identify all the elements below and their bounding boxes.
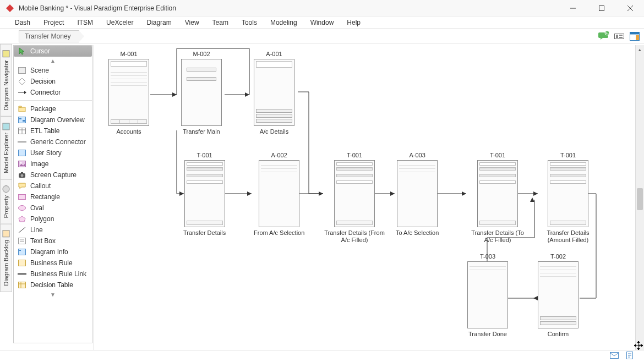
tab-model-explorer[interactable]: Model Explorer	[0, 117, 12, 179]
user-story-icon	[17, 149, 27, 157]
palette-cursor[interactable]: Cursor	[14, 46, 92, 57]
vertical-scrollbar[interactable]: ▴ ▾	[635, 45, 644, 350]
node-transfer-main[interactable]: M-002 Transfer Main	[181, 51, 222, 135]
palette-text-box[interactable]: Text Box	[14, 235, 92, 246]
palette-diagram-overview[interactable]: Diagram Overview	[14, 114, 92, 125]
node-transfer-details-from-filled[interactable]: T-001 Transfer Details (From A/c Filled)	[324, 152, 385, 244]
svg-rect-18	[19, 68, 26, 74]
scene-icon	[17, 67, 27, 74]
polygon-icon	[17, 215, 27, 223]
svg-line-38	[19, 227, 25, 233]
diagram-info-icon	[17, 248, 27, 256]
business-rule-icon	[17, 259, 27, 267]
connector-icon	[17, 89, 27, 96]
palette-collapse-top[interactable]: ▲	[14, 57, 92, 65]
close-button[interactable]	[622, 3, 638, 14]
svg-point-36	[19, 206, 26, 211]
menu-view[interactable]: View	[178, 17, 206, 28]
palette-business-rule-link[interactable]: Business Rule Link	[14, 268, 92, 279]
svg-marker-37	[19, 216, 25, 222]
comment-icon[interactable]: 9+	[598, 30, 610, 42]
menu-team[interactable]: Team	[206, 17, 235, 28]
window-title: Mobile Banking * - Visual Paradigm Enter…	[19, 4, 565, 12]
palette-rectangle[interactable]: Rectangle	[14, 191, 92, 202]
generic-connector-icon	[17, 138, 27, 146]
menu-diagram[interactable]: Diagram	[140, 17, 178, 28]
oval-icon	[17, 204, 27, 212]
node-transfer-details[interactable]: T-001 Transfer Details	[183, 152, 226, 237]
svg-rect-13	[636, 35, 639, 40]
palette-user-story[interactable]: User Story	[14, 147, 92, 158]
menu-tools[interactable]: Tools	[235, 17, 264, 28]
rectangle-icon	[17, 193, 27, 201]
left-tabs: Diagram Navigator Model Explorer Propert…	[0, 44, 12, 292]
node-accounts[interactable]: M-001 Accounts	[108, 51, 149, 135]
menu-modeling[interactable]: Modeling	[264, 17, 304, 28]
toolbar-row: Transfer Money 9+	[0, 29, 644, 44]
palette-diagram-info[interactable]: Diagram Info	[14, 246, 92, 257]
menu-project[interactable]: Project	[37, 17, 70, 28]
line-icon	[17, 226, 27, 234]
breadcrumb[interactable]: Transfer Money	[19, 30, 79, 42]
layout-icon[interactable]	[613, 30, 625, 42]
palette-etl-table[interactable]: ETL Table	[14, 125, 92, 136]
svg-marker-51	[637, 341, 640, 343]
diagram-overview-icon	[17, 116, 27, 124]
status-bar	[0, 350, 644, 362]
palette-collapse-bottom[interactable]: ▼	[14, 290, 92, 299]
menu-uexceler[interactable]: UeXceler	[100, 17, 140, 28]
palette-decision-table[interactable]: Decision Table	[14, 279, 92, 290]
palette-connector[interactable]: Connector	[14, 87, 92, 98]
app-logo-icon	[6, 4, 14, 13]
menu-dash[interactable]: Dash	[8, 17, 37, 28]
svg-rect-33	[21, 172, 23, 174]
svg-rect-9	[619, 35, 623, 36]
svg-rect-24	[23, 120, 25, 122]
tab-property[interactable]: Property	[0, 179, 12, 224]
maximize-button[interactable]	[593, 3, 610, 14]
node-transfer-details-to-filled[interactable]: T-001 Transfer Details (To A/c Filled)	[467, 152, 528, 244]
move-cursor-icon	[634, 341, 643, 350]
svg-rect-10	[619, 37, 623, 38]
node-transfer-details-amount-filled[interactable]: T-001 Transfer Details (Amount Filled)	[538, 152, 598, 244]
palette-decision[interactable]: Decision	[14, 76, 92, 87]
node-from-ac-selection[interactable]: A-002 From A/c Selection	[254, 152, 304, 237]
node-to-ac-selection[interactable]: A-003 To A/c Selection	[396, 152, 439, 237]
menubar: Dash Project ITSM UeXceler Diagram View …	[0, 17, 644, 29]
palette-scene[interactable]: Scene	[14, 65, 92, 76]
node-ac-details[interactable]: A-001 A/c Details	[254, 51, 294, 135]
palette-line[interactable]: Line	[14, 224, 92, 235]
mail-icon[interactable]	[610, 352, 619, 360]
tab-diagram-navigator[interactable]: Diagram Navigator	[0, 44, 12, 117]
palette: Cursor ▲ Scene Decision Connector Packag…	[13, 45, 92, 343]
tab-diagram-backlog[interactable]: Diagram Backlog	[0, 224, 12, 292]
menu-window[interactable]: Window	[304, 17, 341, 28]
palette-business-rule[interactable]: Business Rule	[14, 257, 92, 268]
palette-callout[interactable]: Callout	[14, 180, 92, 191]
menu-help[interactable]: Help	[340, 17, 367, 28]
menu-itsm[interactable]: ITSM	[70, 17, 100, 28]
package-icon	[17, 105, 27, 113]
node-transfer-done[interactable]: T-003 Transfer Done	[467, 253, 508, 338]
scroll-up-icon[interactable]: ▴	[636, 45, 644, 54]
minimize-button[interactable]	[565, 3, 581, 14]
svg-marker-52	[637, 348, 640, 350]
etl-table-icon	[17, 127, 27, 135]
svg-marker-54	[641, 344, 643, 347]
cursor-icon	[17, 47, 27, 55]
palette-generic-connector[interactable]: Generic Connector	[14, 136, 92, 147]
panel-icon[interactable]	[629, 30, 641, 42]
palette-oval[interactable]: Oval	[14, 202, 92, 213]
palette-polygon[interactable]: Polygon	[14, 213, 92, 224]
decision-icon	[17, 78, 27, 85]
palette-image[interactable]: Image	[14, 158, 92, 169]
node-confirm[interactable]: T-002 Confirm	[538, 253, 578, 338]
svg-point-34	[21, 174, 24, 177]
palette-package[interactable]: Package	[14, 103, 92, 114]
scroll-thumb[interactable]	[637, 188, 643, 210]
diagram-canvas[interactable]: M-001 Accounts M-002 Transfer Main A-001	[94, 45, 635, 350]
callout-icon	[17, 182, 27, 190]
palette-screen-capture[interactable]: Screen Capture	[14, 169, 92, 180]
svg-marker-19	[19, 78, 25, 85]
note-icon[interactable]	[626, 352, 633, 361]
